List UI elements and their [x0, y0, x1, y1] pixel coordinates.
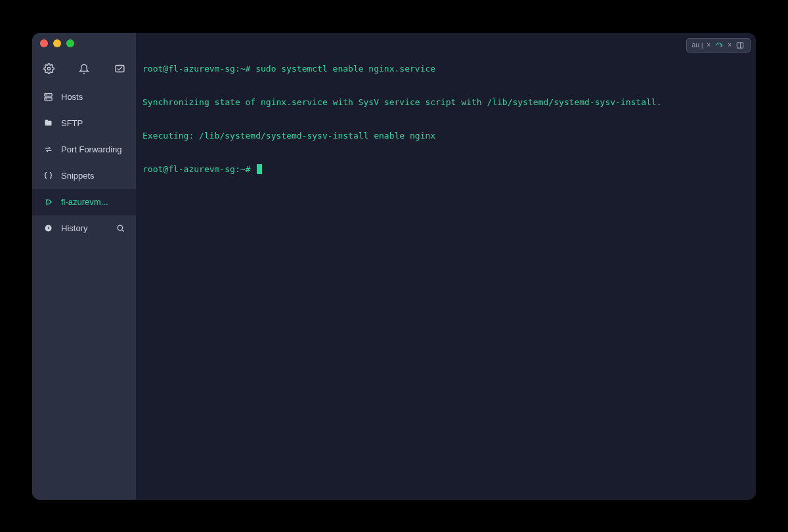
sidebar-item-label: Port Forwarding — [61, 144, 125, 154]
terminal-command: sudo systemctl enable nginx.service — [255, 64, 435, 74]
share-icon[interactable] — [713, 41, 725, 50]
terminal-prompt: root@fl-azurevm-sg:~# — [142, 64, 255, 74]
arrows-icon — [43, 144, 53, 155]
braces-icon — [43, 171, 53, 181]
split-pane-icon[interactable] — [734, 41, 746, 50]
sidebar-item-label: SFTP — [61, 118, 125, 128]
search-icon[interactable] — [115, 223, 125, 234]
sidebar-item-label: History — [61, 223, 107, 233]
svg-point-8 — [46, 199, 47, 200]
terminal-line: root@fl-azurevm-sg:~# — [142, 164, 749, 175]
window-maximize-button[interactable] — [66, 39, 74, 47]
app-window: Hosts SFTP Port Forwarding Snippets — [32, 33, 756, 500]
sidebar-item-port-forwarding[interactable]: Port Forwarding — [32, 137, 136, 163]
toolbar-chip[interactable]: au | — [691, 41, 704, 49]
terminal-prompt: root@fl-azurevm-sg:~# — [142, 164, 255, 174]
svg-point-7 — [50, 202, 51, 203]
svg-point-4 — [46, 95, 47, 95]
terminal-pane[interactable]: au | × × root@fl-azurevm-sg:~# sudo syst… — [136, 33, 756, 500]
sidebar-item-label: Snippets — [61, 171, 125, 181]
snapshot-icon[interactable] — [114, 63, 125, 75]
sidebar-nav: Hosts SFTP Port Forwarding Snippets — [32, 84, 136, 242]
window-close-button[interactable] — [40, 39, 48, 47]
svg-point-0 — [47, 67, 50, 70]
ubuntu-icon — [43, 197, 53, 208]
toolbar-chip-cursor-icon: | — [701, 42, 703, 49]
clock-icon — [43, 223, 53, 234]
sidebar-icon-row — [32, 54, 136, 84]
toolbar-close-share[interactable]: × — [728, 41, 732, 49]
sidebar-item-label: fl-azurevm... — [61, 197, 125, 207]
svg-point-5 — [46, 99, 47, 99]
svg-point-6 — [46, 200, 50, 204]
sidebar: Hosts SFTP Port Forwarding Snippets — [32, 33, 136, 500]
terminal-toolbar: au | × × — [686, 38, 751, 53]
toolbar-chip-label: au — [692, 41, 699, 49]
sidebar-item-sftp[interactable]: SFTP — [32, 110, 136, 137]
gear-icon[interactable] — [43, 63, 55, 75]
terminal-line: Synchronizing state of nginx.service wit… — [142, 97, 749, 108]
sidebar-item-snippets[interactable]: Snippets — [32, 163, 136, 189]
terminal-line: root@fl-azurevm-sg:~# sudo systemctl ena… — [142, 63, 749, 74]
sidebar-item-connection[interactable]: fl-azurevm... — [32, 189, 136, 215]
terminal-line: Executing: /lib/systemd/systemd-sysv-ins… — [142, 130, 749, 141]
bell-icon[interactable] — [78, 63, 90, 75]
window-minimize-button[interactable] — [53, 39, 61, 47]
terminal-cursor — [257, 164, 262, 174]
svg-point-11 — [118, 225, 123, 231]
sidebar-item-history[interactable]: History — [32, 215, 136, 242]
toolbar-close-chip[interactable]: × — [707, 41, 711, 49]
folder-icon — [43, 118, 53, 129]
svg-point-9 — [46, 204, 47, 205]
sidebar-item-label: Hosts — [61, 92, 125, 102]
server-icon — [43, 92, 53, 102]
terminal-output[interactable]: root@fl-azurevm-sg:~# sudo systemctl ena… — [136, 33, 756, 500]
sidebar-item-hosts[interactable]: Hosts — [32, 84, 136, 110]
window-traffic-lights — [32, 33, 136, 54]
